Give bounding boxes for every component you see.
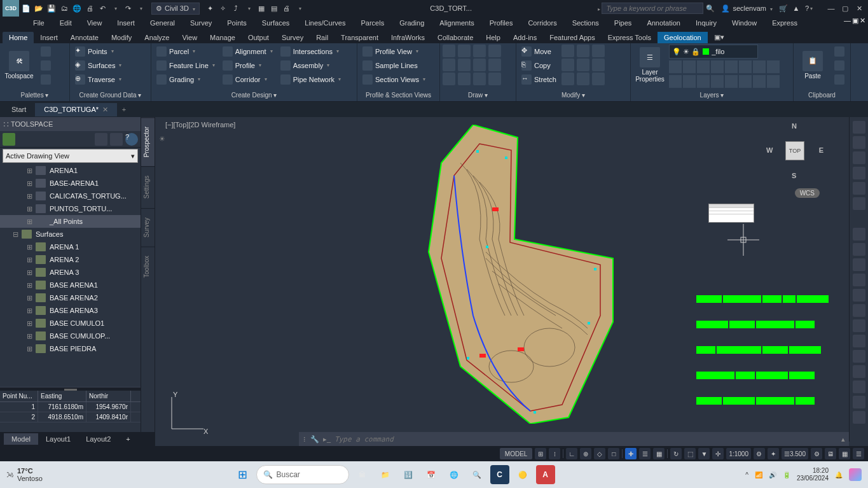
share3-icon[interactable]: ⤴ [230,3,242,14]
menu-express[interactable]: Express [764,18,805,28]
ts-btn2-icon[interactable] [110,133,123,146]
menu-inquiry[interactable]: Inquiry [688,18,724,28]
tab-survey[interactable]: Survey [275,32,310,43]
layer-tool-6[interactable] [739,60,752,73]
share-icon[interactable]: ✦ [205,3,216,14]
command-input[interactable] [334,435,837,443]
nav-tool5-icon[interactable] [853,289,865,302]
layer-tool-11[interactable] [697,75,710,88]
search-go-icon[interactable]: 🔍 [705,3,716,14]
sb-grid-icon[interactable]: ⊞ [535,448,546,459]
draw-block-icon[interactable] [473,73,486,85]
panel-ground-title[interactable]: Create Ground Data ▾ [72,90,148,100]
tab-transparent[interactable]: Transparent [334,32,385,43]
side-tab-settings[interactable]: Settings [141,166,155,207]
panel-layers-title[interactable]: Layers ▾ [633,90,790,100]
sb-decimals-button[interactable]: ☰ 3.500 [782,448,808,459]
print-dropdown-icon[interactable] [294,3,305,14]
tree-node[interactable]: ⊞ARENA 1 [0,241,141,253]
sb-annoscale-icon[interactable]: ⚙ [754,448,765,459]
menu-parcels[interactable]: Parcels [353,18,392,28]
tab-output[interactable]: Output [242,32,275,43]
explode-icon[interactable] [592,73,605,85]
tab-addins[interactable]: Add-ins [507,32,543,43]
ts-btn1-icon[interactable] [95,133,107,146]
tree-node[interactable]: ⊞ARENA 3 [0,266,141,279]
nav-tool8-icon[interactable] [853,335,865,347]
samplelines-button[interactable]: Sample Lines [360,59,428,72]
tray-notifications-icon[interactable]: 🔔 [835,471,843,478]
sb-osnap-icon[interactable]: □ [608,448,619,459]
offset-icon[interactable] [577,73,589,85]
menu-insert[interactable]: Insert [109,18,142,28]
tree-node[interactable]: ⊞BASE ARENA3 [0,304,141,317]
nav-tool2-icon[interactable] [853,243,865,256]
tab-collaborate[interactable]: Collaborate [431,32,479,43]
nav-tool3-icon[interactable] [853,258,865,271]
nav-steering-icon[interactable] [853,197,865,210]
taskbar-explorer-icon[interactable]: 📁 [376,465,395,484]
user-account[interactable]: 👤 seclenvam [721,4,773,13]
draw-circle-icon[interactable] [473,45,486,57]
array-icon[interactable] [561,73,574,85]
layer-tool-13[interactable] [725,75,738,88]
tab-view[interactable]: View [176,32,203,43]
menu-annotation[interactable]: Annotation [639,18,688,28]
tab-analyze[interactable]: Analyze [138,32,176,43]
draw-line-icon[interactable] [443,45,455,57]
tray-copilot-icon[interactable] [849,468,862,481]
web-open-icon[interactable]: 🌐 [71,3,83,14]
workspace-selector[interactable]: ⚙ Civil 3D [151,3,200,15]
tree-node[interactable]: ⊞ARENA1 [0,164,141,177]
layout-add-icon[interactable]: + [118,433,137,445]
palette-btn-1[interactable] [38,45,53,58]
layer-tool-12[interactable] [711,75,724,88]
menu-window[interactable]: Window [724,18,764,28]
tree-node[interactable]: ⊞BASE ARENA1 [0,279,141,291]
tray-wifi-icon[interactable]: 📶 [755,471,762,478]
draw-rect-icon[interactable] [443,59,455,71]
draw-spline-icon[interactable] [443,73,455,85]
nav-tool10-icon[interactable] [853,365,865,378]
undo-dropdown-icon[interactable] [109,3,121,14]
layer-tool-9[interactable] [669,75,682,88]
tree-node[interactable]: ⊞BASE-ARENA1 [0,177,141,190]
nav-tool7-icon[interactable] [853,319,865,332]
doc-minimize-icon[interactable]: — [844,17,851,25]
minimize-icon[interactable]: — [825,3,837,14]
sb-3dosnap-icon[interactable]: ⬚ [684,448,696,459]
viewport-panorama-widget[interactable] [708,204,754,223]
scale-icon[interactable] [561,59,574,71]
panel-profile-title[interactable]: Profile & Section Views [360,90,437,100]
assembly-button[interactable]: Assembly [278,59,343,72]
layer-tool-1[interactable] [669,60,682,73]
tray-battery-icon[interactable]: 🔋 [783,471,790,478]
copy-button[interactable]: ⎘Copy [519,59,559,72]
taskbar-search[interactable]: 🔍 Buscar [256,465,349,484]
nav-gear-icon[interactable] [853,136,865,149]
trim-icon[interactable] [592,45,605,57]
ts-refresh-icon[interactable] [3,133,15,146]
doc-restore-icon[interactable]: ▣ [852,17,858,25]
stretch-button[interactable]: ↔Stretch [519,73,559,86]
side-tab-survey[interactable]: Survey [141,208,155,246]
sb-ortho-icon[interactable]: ∟ [566,448,577,459]
tree-node[interactable]: ⊞CALICATAS_TORTUG... [0,190,141,202]
nav-pan-icon[interactable] [853,167,865,179]
view-cube[interactable]: N S E W TOP [766,122,823,179]
ts-help-icon[interactable]: ? [125,133,138,146]
menu-sections[interactable]: Sections [565,18,607,28]
help-icon[interactable]: ? [803,3,815,14]
viewcube-face[interactable]: TOP [785,141,804,160]
match-icon[interactable] [832,73,847,86]
menu-linescurves[interactable]: Lines/Curves [297,18,353,28]
tab-home[interactable]: Home [3,32,34,43]
nav-tool9-icon[interactable] [853,350,865,363]
draw-region-icon[interactable] [488,73,501,85]
tree-node[interactable]: ⊞ARENA 2 [0,253,141,266]
taskbar-calendar-icon[interactable]: 📅 [422,465,441,484]
sb-clean-icon[interactable]: ☰ [853,448,864,459]
menu-points[interactable]: Points [219,18,254,28]
viewport-sun-icon[interactable]: ☀ [159,135,167,143]
qat-more-icon[interactable] [243,3,254,14]
